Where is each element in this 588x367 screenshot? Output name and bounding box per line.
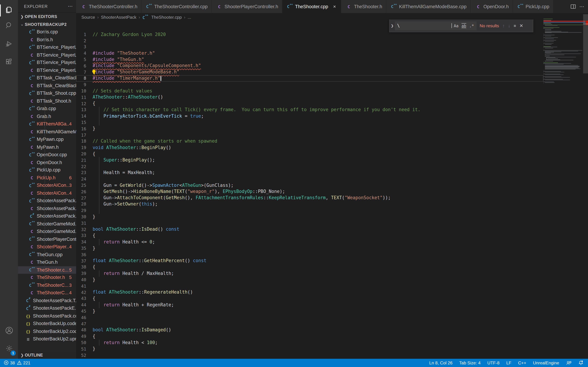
code-line-17[interactable]: 17 xyxy=(76,132,543,138)
language-mode[interactable]: C++ xyxy=(518,361,526,365)
find-next-button[interactable]: ↓ xyxy=(508,23,510,28)
file-row[interactable]: COpenDoor.h xyxy=(18,159,76,166)
tab-ShooterPlayerController.h[interactable]: CShooterPlayerController.h xyxy=(212,0,282,13)
code-line-29[interactable]: 29 xyxy=(76,208,543,214)
notifications-bell-icon[interactable] xyxy=(578,360,583,366)
file-row[interactable]: CShooterPlayer...4 xyxy=(18,243,76,251)
breadcrumb-item[interactable]: ShooterAssetPack xyxy=(101,15,137,20)
file-row[interactable]: C++TheGun.cpp xyxy=(18,251,76,259)
code-line-44[interactable]: 44 return Health + RegenRate; xyxy=(76,302,543,308)
code-line-37[interactable]: 37float ATheShooter::GetHeathPercent() c… xyxy=(76,258,543,264)
tab-PickUp.cpp[interactable]: C++PickUp.cpp xyxy=(513,0,553,13)
code-line-46[interactable]: 46 xyxy=(76,314,543,321)
code-line-5[interactable]: 5#include "TheGun.h" xyxy=(76,57,543,63)
code-line-35[interactable]: 35} xyxy=(76,245,543,251)
file-row[interactable]: C++TheShooterC...3 xyxy=(18,281,76,289)
file-row[interactable]: CGrab.h xyxy=(18,113,76,120)
code-line-4[interactable]: 4#include "TheShooter.h" xyxy=(76,50,543,57)
split-editor-icon[interactable] xyxy=(571,5,576,9)
file-row[interactable]: {}ShooterAssetPack.co... xyxy=(18,312,76,320)
code-line-6[interactable]: 6#include "Components/CapsuleComponent.h… xyxy=(76,63,543,69)
code-line-11[interactable]: 11ATheShooter::ATheShooter() xyxy=(76,94,543,100)
unreal-engine-status[interactable]: UnrealEngine xyxy=(533,361,559,365)
code-line-28[interactable]: 28 Gun->SetOwner(this); xyxy=(76,201,543,208)
sidebar-item-run-debug[interactable] xyxy=(0,36,18,53)
find-input[interactable]: \ Aa ab .* xyxy=(395,21,476,30)
problems-warnings[interactable]: 221 xyxy=(17,360,30,366)
code-line-13[interactable]: 13 // Set this character to call Tick() … xyxy=(76,107,543,113)
file-row[interactable]: C++Borris.cpp xyxy=(18,28,76,36)
breadcrumb-item[interactable]: Source xyxy=(81,15,95,20)
file-row[interactable]: CTheGun.h xyxy=(18,259,76,266)
breadcrumb-item[interactable]: ... xyxy=(188,15,191,20)
code-line-45[interactable]: 45} xyxy=(76,308,543,314)
code-line-30[interactable]: 30} xyxy=(76,214,543,220)
file-row[interactable]: CBorris.h xyxy=(18,36,76,43)
code-line-8[interactable]: 8#include "TimerManager.h" xyxy=(76,75,543,82)
code-line-1[interactable]: 1// Zachary Gordon Lyon 2020 xyxy=(76,31,543,38)
file-row[interactable]: {}ShooterBackUp2.cod... xyxy=(18,327,76,335)
file-row[interactable]: C++PickUp.cpp xyxy=(18,166,76,174)
file-row[interactable]: C++ShooterAssetPack.... xyxy=(18,197,76,205)
regex-toggle[interactable]: .* xyxy=(468,23,475,28)
file-row[interactable]: C++BTService_PlayerL... xyxy=(18,59,76,67)
code-line-31[interactable]: 31 xyxy=(76,220,543,226)
file-row[interactable]: CBTService_PlayerL... xyxy=(18,67,76,74)
code-line-40[interactable]: 40} xyxy=(76,277,543,283)
cursor-position[interactable]: Ln 8, Col 26 xyxy=(429,361,453,365)
code-line-20[interactable]: 20{ xyxy=(76,151,543,157)
code-line-48[interactable]: 48bool ATheShooter::IsDamaged() xyxy=(76,327,543,333)
file-row[interactable]: CMyPawn.h xyxy=(18,143,76,151)
code-line-32[interactable]: 32bool ATheShooter::IsDead() const xyxy=(76,226,543,233)
file-row[interactable]: C++ShooterPlayerCont... xyxy=(18,235,76,243)
file-row[interactable]: CPickUp.h6 xyxy=(18,174,76,182)
code-line-51[interactable]: 51} xyxy=(76,346,543,352)
code-editor[interactable]: 1// Zachary Gordon Lyon 2020234#include … xyxy=(76,21,543,359)
file-row[interactable]: C++Grab.cpp xyxy=(18,105,76,113)
tab-OpenDoor.h[interactable]: COpenDoor.h xyxy=(471,0,513,13)
workspace-folder-section[interactable]: ⌄ SHOOTERBACKUP2 xyxy=(18,20,76,28)
tab-TheShooter.h[interactable]: CTheShooter.h xyxy=(341,0,386,13)
file-row[interactable]: C++ShooterGameMod... xyxy=(18,220,76,228)
code-line-9[interactable]: 9 xyxy=(76,82,543,88)
code-line-52[interactable]: 52 xyxy=(76,352,543,359)
code-line-36[interactable]: 36 xyxy=(76,251,543,258)
code-line-34[interactable]: 34 return Health <= 0; xyxy=(76,239,543,245)
code-line-50[interactable]: 50 return Health < 100; xyxy=(76,340,543,346)
code-line-41[interactable]: 41 xyxy=(76,283,543,289)
file-row[interactable]: C++MyPawn.cpp xyxy=(18,136,76,143)
file-row[interactable]: CBTTask_Shoot.h xyxy=(18,97,76,105)
sidebar-item-extensions[interactable] xyxy=(0,55,18,71)
code-line-49[interactable]: 49{ xyxy=(76,333,543,340)
editor-more-actions-icon[interactable]: ⋯ xyxy=(579,4,584,9)
file-row[interactable]: C++BTTask_Shoot.cpp xyxy=(18,90,76,97)
open-editors-section[interactable]: ❯ OPEN EDITORS xyxy=(18,12,76,20)
code-line-33[interactable]: 33{ xyxy=(76,233,543,239)
code-line-19[interactable]: 19void ATheShooter::BeginPlay() xyxy=(76,144,543,151)
file-row[interactable]: CShooterAssetPack.h xyxy=(18,205,76,212)
explorer-more-button[interactable]: ⋯ xyxy=(68,3,73,9)
code-line-16[interactable]: 16} xyxy=(76,126,543,132)
file-row[interactable]: CShooterGameMod... xyxy=(18,228,76,235)
file-row[interactable]: C#ShooterAssetPack.T... xyxy=(18,297,76,304)
code-line-12[interactable]: 12{ xyxy=(76,100,543,107)
file-row[interactable]: ≡ShooterBackUp2.upr... xyxy=(18,335,76,343)
code-line-39[interactable]: 39 return Health / MaxHealth; xyxy=(76,270,543,277)
code-line-43[interactable]: 43{ xyxy=(76,296,543,302)
code-line-47[interactable]: 47 xyxy=(76,321,543,327)
eol-sequence[interactable]: LF xyxy=(506,361,511,365)
find-close-button[interactable]: ✕ xyxy=(519,23,523,28)
code-line-21[interactable]: 21 Super::BeginPlay(); xyxy=(76,157,543,163)
code-line-7[interactable]: 7#include "ShooterGameModeBase.h" xyxy=(76,69,543,75)
breadcrumb-item[interactable]: TheShooter.cpp xyxy=(151,15,182,20)
account-button[interactable] xyxy=(0,323,18,339)
code-line-18[interactable]: 18// Called when the game starts or when… xyxy=(76,138,543,144)
file-row[interactable]: C#ShooterAssetPack.... xyxy=(18,212,76,220)
file-row[interactable]: C#ShooterAssetPackE... xyxy=(18,304,76,312)
code-line-15[interactable]: 15 xyxy=(76,119,543,126)
file-row[interactable]: C++BTService_PlayerL... xyxy=(18,43,76,51)
close-icon[interactable]: × xyxy=(332,4,337,9)
code-line-27[interactable]: 27 Gun->AttachToComponent(GetMesh(), FAt… xyxy=(76,195,543,201)
code-line-23[interactable]: 23 Health = MaxHealth; xyxy=(76,170,543,176)
file-row[interactable]: C++TheShooter.c...5 xyxy=(18,266,76,274)
